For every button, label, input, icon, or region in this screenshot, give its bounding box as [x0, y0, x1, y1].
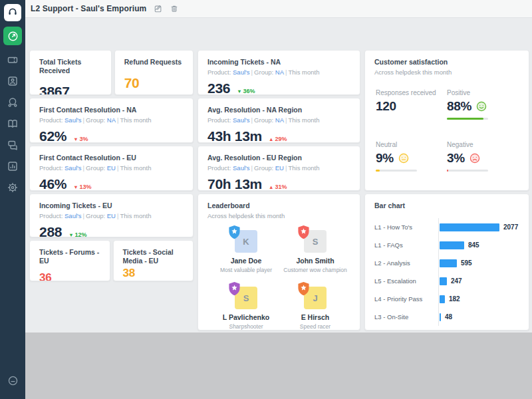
leaderboard-title: Leaderboard: [207, 201, 350, 210]
trend-arrow-icon: ▼: [237, 88, 241, 94]
card-title: Incoming Tickets - NA: [207, 58, 350, 66]
sidebar-item-feedback[interactable]: [0, 370, 25, 391]
trend-indicator: ▼12%: [68, 231, 86, 237]
chat-icon: [7, 139, 19, 151]
trend-arrow-icon: ▼: [73, 136, 78, 142]
sidebar-item-contacts[interactable]: [0, 70, 25, 92]
chart-row: L1 - How To's 2077: [374, 218, 519, 236]
sad-face-icon: [469, 153, 480, 164]
satisfaction-bar: [447, 118, 488, 120]
trend-indicator: ▼36%: [237, 88, 255, 94]
group-link[interactable]: EU: [107, 212, 116, 219]
group-link[interactable]: NA: [107, 116, 116, 124]
card-title: Total Tickets Received: [39, 58, 102, 75]
card-title: First Contact Resolution - EU: [39, 154, 184, 162]
sidebar-item-admin[interactable]: [0, 177, 25, 198]
leaderboard-players: K Jane Doe Most valuable player S: [207, 230, 350, 330]
player-name: E Hirsch: [281, 313, 350, 321]
product-link[interactable]: Saul's: [65, 116, 82, 124]
card-title: Tickets - Forums - EU: [39, 248, 100, 265]
sidebar-item-reports[interactable]: [0, 156, 25, 177]
product-link[interactable]: Saul's: [233, 164, 250, 172]
bar: [440, 259, 457, 267]
player-card: S L Pavlichenko Sharpshooter: [211, 287, 281, 330]
bar-label: L1 - How To's: [374, 223, 438, 231]
card-fcr-na: First Contact Resolution - NA Product: S…: [29, 98, 194, 143]
period-label: This month: [288, 116, 319, 124]
trend-indicator: ▲31%: [269, 184, 287, 190]
card-title: First Contact Resolution - NA: [39, 106, 184, 114]
period-label: This month: [120, 212, 151, 219]
csat-metrics: Responses received 120 Positive 88%: [374, 89, 519, 172]
book-icon: [7, 118, 19, 130]
edit-dashboard-button[interactable]: [154, 5, 162, 13]
bar-label: L2 - Analysis: [374, 259, 438, 267]
group-link[interactable]: EU: [107, 164, 116, 172]
sidebar-item-tickets[interactable]: [0, 49, 25, 70]
social-icon: [7, 96, 19, 108]
group-link[interactable]: NA: [275, 116, 284, 124]
sidebar-item-solutions[interactable]: [0, 113, 25, 134]
app-window: L2 Support - Saul's Emporium Total Ticke…: [25, 0, 532, 332]
card-filters: Product: Saul's|Group: NA|This month: [207, 116, 350, 124]
page-title: L2 Support - Saul's Emporium: [31, 4, 146, 13]
sidebar-item-logo[interactable]: [4, 4, 21, 21]
stat-value: 46%: [39, 176, 66, 191]
card-refund-requests: Refund Requests 70: [114, 50, 194, 95]
bar: [440, 277, 447, 285]
chart-row: L4 - Priority Pass 182: [374, 290, 519, 308]
product-link[interactable]: Saul's: [65, 164, 82, 172]
trend-indicator: ▼3%: [73, 136, 88, 142]
card-filters: Product: Saul's|Group: EU|This month: [39, 164, 184, 172]
card-incoming-na: Incoming Tickets - NA Product: Saul's|Gr…: [198, 50, 360, 95]
csat-negative: Negative 3%: [447, 141, 518, 172]
period-label: This month: [120, 164, 151, 172]
card-leaderboard: Leaderboard Across helpdesk this month K…: [198, 194, 360, 331]
card-bar-chart: Bar chart L1 - How To's 2077 L1 - FAQs 8…: [364, 194, 529, 331]
player-award: Most valuable player: [211, 267, 281, 273]
sidebar-item-social[interactable]: [0, 92, 25, 113]
card-fcr-eu: First Contact Resolution - EU Product: S…: [29, 146, 194, 191]
product-link[interactable]: Saul's: [233, 68, 250, 76]
bar-value: 845: [468, 241, 479, 249]
bar: [440, 295, 445, 303]
award-shield-icon: [297, 225, 310, 239]
trend-arrow-icon: ▲: [269, 184, 273, 190]
card-title: Tickets - Social Media - EU: [123, 248, 184, 265]
player-award: Speed racer: [281, 323, 350, 330]
card-filters: Product: Saul's|Group: NA|This month: [39, 116, 184, 124]
player-award: Sharpshooter: [211, 323, 281, 330]
product-link[interactable]: Saul's: [65, 212, 82, 219]
metric-label: Responses received: [376, 89, 447, 96]
csat-positive: Positive 88%: [447, 89, 518, 120]
bar-label: L3 - On-Site: [374, 313, 438, 321]
bar: [440, 241, 464, 249]
trend-indicator: ▼13%: [73, 184, 91, 190]
analytics-icon: [7, 160, 19, 172]
column-3: Customer satisfaction Across helpdesk th…: [364, 50, 529, 331]
period-label: This month: [120, 116, 151, 124]
group-link[interactable]: NA: [275, 68, 284, 76]
dashboard-header: L2 Support - Saul's Emporium: [25, 0, 532, 18]
metric-value: 120: [376, 99, 396, 114]
group-link[interactable]: EU: [275, 164, 284, 172]
metric-label: Positive: [447, 89, 518, 96]
csat-title: Customer satisfaction: [374, 58, 519, 66]
card-title: Incoming Tickets - EU: [39, 201, 184, 210]
card-customer-satisfaction: Customer satisfaction Across helpdesk th…: [364, 50, 529, 191]
contacts-icon: [7, 75, 19, 87]
period-label: This month: [288, 164, 319, 172]
player-name: John Smith: [281, 257, 350, 265]
card-avg-resolution-eu: Avg. Resolution - EU Region Product: Sau…: [198, 146, 360, 191]
sidebar-item-dashboard[interactable]: [3, 27, 22, 45]
csat-neutral: Neutral 9%: [376, 141, 447, 172]
column-1: Total Tickets Received 3867 Refund Reque…: [29, 50, 194, 331]
sidebar-item-forums[interactable]: [0, 134, 25, 156]
metric-value: 9%: [376, 151, 394, 166]
product-link[interactable]: Saul's: [233, 116, 250, 124]
sidebar: [0, 0, 25, 399]
stat-value: 3867: [39, 84, 70, 95]
delete-dashboard-button[interactable]: [170, 5, 178, 13]
bar: [440, 223, 499, 231]
satisfaction-bar: [376, 170, 417, 172]
